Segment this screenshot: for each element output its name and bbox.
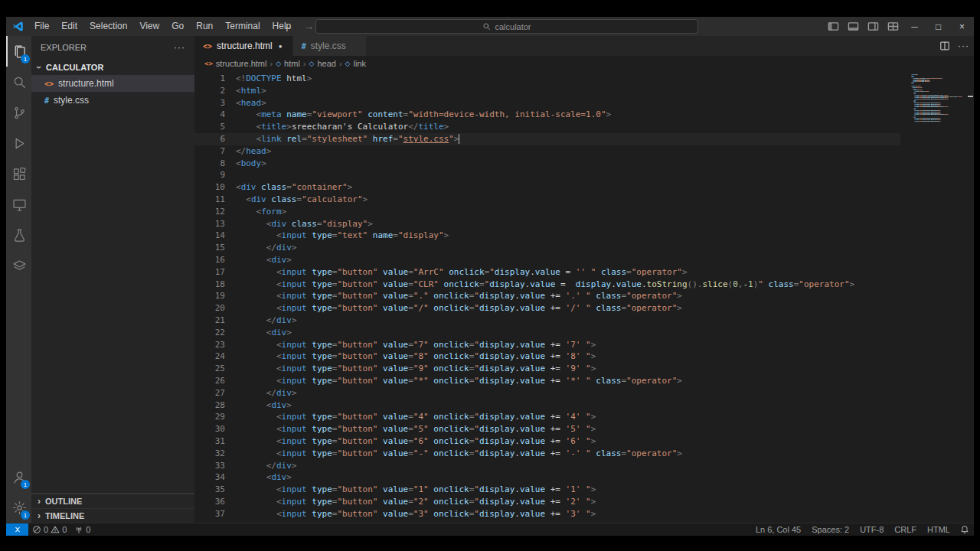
activity-source-control[interactable] bbox=[6, 97, 31, 128]
code-line-14[interactable]: 14 <input type="text" name="display"> bbox=[194, 230, 900, 242]
status-eol[interactable]: CRLF bbox=[889, 523, 922, 536]
toggle-sidebar-icon[interactable] bbox=[823, 17, 843, 36]
notifications-bell[interactable] bbox=[956, 523, 974, 536]
line-content: <div class="container"> bbox=[236, 181, 352, 194]
sidebar-bottom-sections: › OUTLINE › TIMELINE bbox=[31, 493, 194, 523]
command-center-search[interactable]: calculator bbox=[315, 19, 698, 34]
menu-run[interactable]: Run bbox=[190, 17, 219, 36]
section-timeline[interactable]: › TIMELINE bbox=[31, 508, 194, 523]
file-style.css[interactable]: #style.css bbox=[31, 92, 194, 109]
code-line-16[interactable]: 16 <div> bbox=[194, 254, 900, 266]
back-button[interactable]: ← bbox=[283, 21, 293, 32]
code-line-18[interactable]: 18 <input type="button" value="CLR" oncl… bbox=[194, 279, 900, 291]
close-button[interactable]: × bbox=[950, 17, 974, 36]
breadcrumb-item-structure.html[interactable]: <>structure.html bbox=[204, 59, 266, 68]
code-line-19[interactable]: 19 <input type="button" value="." onclic… bbox=[194, 290, 900, 302]
forward-button[interactable]: → bbox=[304, 21, 314, 32]
code-line-6[interactable]: 6 <link rel="stylesheet" href="style.css… bbox=[194, 133, 900, 145]
line-number: 12 bbox=[194, 206, 225, 218]
status-language[interactable]: HTML bbox=[922, 523, 956, 536]
code-line-5[interactable]: 5 <title>sreecharan's Calculator</title> bbox=[194, 121, 900, 133]
status-ports[interactable]: 0 bbox=[70, 523, 94, 536]
code-line-27[interactable]: 27 </div> bbox=[194, 387, 900, 399]
code-line-21[interactable]: 21 </div> bbox=[194, 315, 900, 327]
menu-file[interactable]: File bbox=[28, 17, 55, 36]
code-line-1[interactable]: 1<!DOCTYPE html> bbox=[194, 73, 900, 85]
code-line-4[interactable]: 4 <meta name="viewport" content="width=d… bbox=[194, 109, 900, 121]
code-line-8[interactable]: 8<body> bbox=[194, 158, 900, 170]
customize-layout-icon[interactable] bbox=[883, 17, 903, 36]
activity-remote-explorer[interactable] bbox=[6, 189, 31, 220]
code-line-17[interactable]: 17 <input type="button" value="ArrC" onc… bbox=[194, 266, 900, 279]
code-line-35[interactable]: 35 <input type="button" value="1" onclic… bbox=[194, 484, 900, 496]
menu-go[interactable]: Go bbox=[165, 17, 190, 36]
code-lines: 1<!DOCTYPE html>2<html>3<head>4 <meta na… bbox=[194, 73, 900, 520]
maximize-button[interactable]: □ bbox=[926, 17, 950, 36]
minimap[interactable] bbox=[910, 73, 966, 123]
activity-accounts[interactable]: 1 bbox=[6, 461, 31, 492]
activity-settings[interactable]: 1 bbox=[6, 492, 31, 523]
status-indentation[interactable]: Spaces: 2 bbox=[806, 523, 854, 536]
code-line-7[interactable]: 7</head> bbox=[194, 145, 900, 158]
activity-testing[interactable] bbox=[6, 220, 31, 250]
menu-selection[interactable]: Selection bbox=[83, 17, 133, 36]
tab-structure.html[interactable]: <>structure.html● bbox=[194, 36, 292, 56]
file-structure.html[interactable]: <>structure.html bbox=[31, 75, 194, 92]
code-line-26[interactable]: 26 <input type="button" value="*" onclic… bbox=[194, 375, 900, 387]
status-problems[interactable]: 0 0 bbox=[28, 523, 70, 536]
menu-edit[interactable]: Edit bbox=[55, 17, 83, 36]
folder-calculator[interactable]: › CALCULATOR bbox=[31, 59, 194, 75]
code-line-37[interactable]: 37 <input type="button" value="3" onclic… bbox=[194, 508, 900, 520]
toggle-panel-icon[interactable] bbox=[843, 17, 863, 36]
code-line-15[interactable]: 15 </div> bbox=[194, 242, 900, 254]
code-line-34[interactable]: 34 <div> bbox=[194, 471, 900, 484]
line-number: 16 bbox=[194, 254, 225, 266]
menu-terminal[interactable]: Terminal bbox=[219, 17, 266, 36]
code-line-28[interactable]: 28 <div> bbox=[194, 399, 900, 412]
code-line-33[interactable]: 33 </div> bbox=[194, 460, 900, 472]
line-content: <div class="display"> bbox=[236, 218, 373, 230]
tab-style.css[interactable]: #style.css bbox=[293, 36, 366, 56]
split-editor-icon[interactable] bbox=[939, 41, 950, 51]
line-content: <input type="button" value="-" onclick="… bbox=[236, 448, 682, 460]
toggle-secondary-sidebar-icon[interactable] bbox=[863, 17, 883, 36]
status-line-col[interactable]: Ln 6, Col 45 bbox=[750, 523, 806, 536]
code-line-12[interactable]: 12 <form> bbox=[194, 206, 900, 218]
explorer-sidebar: EXPLORER ··· › CALCULATOR <>structure.ht… bbox=[31, 36, 194, 523]
activity-run-debug[interactable] bbox=[6, 128, 31, 158]
code-line-10[interactable]: 10<div class="container"> bbox=[194, 181, 900, 194]
code-line-32[interactable]: 32 <input type="button" value="-" onclic… bbox=[194, 448, 900, 460]
menu-view[interactable]: View bbox=[133, 17, 165, 36]
code-line-2[interactable]: 2<html> bbox=[194, 85, 900, 97]
code-line-20[interactable]: 20 <input type="button" value="/" onclic… bbox=[194, 302, 900, 315]
code-line-25[interactable]: 25 <input type="button" value="9" onclic… bbox=[194, 363, 900, 375]
code-line-31[interactable]: 31 <input type="button" value="6" onclic… bbox=[194, 435, 900, 448]
code-line-13[interactable]: 13 <div class="display"> bbox=[194, 218, 900, 230]
code-line-36[interactable]: 36 <input type="button" value="2" onclic… bbox=[194, 496, 900, 508]
activity-search[interactable] bbox=[6, 67, 31, 97]
code-area[interactable]: 1<!DOCTYPE html>2<html>3<head>4 <meta na… bbox=[194, 71, 974, 523]
breadcrumb-item-link[interactable]: ◇link bbox=[345, 59, 366, 68]
code-line-11[interactable]: 11 <div class="calculator"> bbox=[194, 194, 900, 206]
minimize-button[interactable]: ─ bbox=[903, 17, 926, 36]
remote-indicator[interactable] bbox=[6, 523, 28, 536]
status-encoding[interactable]: UTF-8 bbox=[854, 523, 889, 536]
line-content: <input type="button" value="CLR" onclick… bbox=[236, 279, 854, 291]
section-outline[interactable]: › OUTLINE bbox=[31, 494, 194, 508]
chevron-right-icon: › bbox=[34, 510, 44, 521]
activity-extensions[interactable] bbox=[6, 158, 31, 189]
activity-layers[interactable] bbox=[6, 250, 31, 281]
editor-more-actions[interactable]: ··· bbox=[958, 41, 969, 51]
code-line-29[interactable]: 29 <input type="button" value="4" onclic… bbox=[194, 411, 900, 423]
explorer-more-actions[interactable]: ··· bbox=[174, 42, 185, 53]
breadcrumb-item-head[interactable]: ◇head bbox=[309, 59, 336, 68]
code-line-24[interactable]: 24 <input type="button" value="8" onclic… bbox=[194, 350, 900, 363]
code-line-3[interactable]: 3<head> bbox=[194, 97, 900, 109]
breadcrumb-item-html[interactable]: ◇html bbox=[276, 59, 300, 68]
overview-ruler[interactable] bbox=[967, 71, 974, 523]
code-line-9[interactable]: 9 bbox=[194, 169, 900, 181]
code-line-22[interactable]: 22 <div> bbox=[194, 327, 900, 339]
code-line-30[interactable]: 30 <input type="button" value="5" onclic… bbox=[194, 423, 900, 435]
code-line-23[interactable]: 23 <input type="button" value="7" onclic… bbox=[194, 339, 900, 351]
activity-explorer[interactable]: 1 bbox=[6, 36, 31, 67]
